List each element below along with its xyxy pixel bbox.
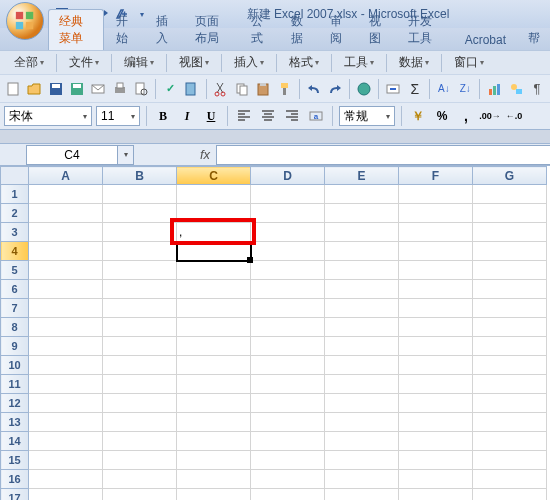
- cell-E1[interactable]: [325, 185, 399, 204]
- cell-G11[interactable]: [473, 375, 547, 394]
- cell-D8[interactable]: [251, 318, 325, 337]
- print-icon[interactable]: [110, 79, 128, 99]
- cell-B10[interactable]: [103, 356, 177, 375]
- cell-C6[interactable]: [177, 280, 251, 299]
- merge-center-icon[interactable]: a: [306, 106, 326, 126]
- cell-A3[interactable]: [29, 223, 103, 242]
- formula-bar[interactable]: [216, 145, 550, 165]
- cell-C4[interactable]: [177, 242, 251, 261]
- menu-window[interactable]: 窗口▾: [446, 52, 492, 73]
- comma-icon[interactable]: ,: [456, 106, 476, 126]
- name-box-dropdown-icon[interactable]: ▾: [118, 145, 134, 165]
- row-header-16[interactable]: 16: [1, 470, 29, 489]
- sort-desc-icon[interactable]: Z↓: [456, 79, 474, 99]
- tab-help[interactable]: 帮: [518, 27, 550, 50]
- cell-A16[interactable]: [29, 470, 103, 489]
- cell-A12[interactable]: [29, 394, 103, 413]
- align-left-icon[interactable]: [234, 106, 254, 126]
- cell-E11[interactable]: [325, 375, 399, 394]
- increase-decimal-icon[interactable]: .00→: [480, 106, 500, 126]
- merge-icon[interactable]: [384, 79, 402, 99]
- cell-F6[interactable]: [399, 280, 473, 299]
- cell-A13[interactable]: [29, 413, 103, 432]
- cell-G6[interactable]: [473, 280, 547, 299]
- cell-D2[interactable]: [251, 204, 325, 223]
- cell-B9[interactable]: [103, 337, 177, 356]
- cell-G15[interactable]: [473, 451, 547, 470]
- cell-B13[interactable]: [103, 413, 177, 432]
- cell-A2[interactable]: [29, 204, 103, 223]
- cell-E6[interactable]: [325, 280, 399, 299]
- row-header-11[interactable]: 11: [1, 375, 29, 394]
- row-header-8[interactable]: 8: [1, 318, 29, 337]
- fx-icon[interactable]: fx: [194, 147, 216, 162]
- row-header-17[interactable]: 17: [1, 489, 29, 501]
- cell-B7[interactable]: [103, 299, 177, 318]
- cell-C3[interactable]: ,: [177, 223, 251, 242]
- cell-D5[interactable]: [251, 261, 325, 280]
- menu-file[interactable]: 文件▾: [61, 52, 107, 73]
- saveas-icon[interactable]: [68, 79, 86, 99]
- cell-E8[interactable]: [325, 318, 399, 337]
- preview-icon[interactable]: [132, 79, 150, 99]
- menu-view[interactable]: 视图▾: [171, 52, 217, 73]
- col-header-D[interactable]: D: [251, 167, 325, 185]
- row-header-13[interactable]: 13: [1, 413, 29, 432]
- cell-C14[interactable]: [177, 432, 251, 451]
- cell-E14[interactable]: [325, 432, 399, 451]
- tab-view[interactable]: 视图: [359, 10, 396, 50]
- cell-D3[interactable]: [251, 223, 325, 242]
- cell-A14[interactable]: [29, 432, 103, 451]
- cell-E12[interactable]: [325, 394, 399, 413]
- new-icon[interactable]: [4, 79, 22, 99]
- menu-all[interactable]: 全部▾: [6, 52, 52, 73]
- row-header-2[interactable]: 2: [1, 204, 29, 223]
- cell-E2[interactable]: [325, 204, 399, 223]
- cell-G1[interactable]: [473, 185, 547, 204]
- cell-D13[interactable]: [251, 413, 325, 432]
- tab-classic-menu[interactable]: 经典菜单: [48, 9, 104, 50]
- cell-G17[interactable]: [473, 489, 547, 501]
- cell-C11[interactable]: [177, 375, 251, 394]
- cell-E15[interactable]: [325, 451, 399, 470]
- cell-F9[interactable]: [399, 337, 473, 356]
- cell-E17[interactable]: [325, 489, 399, 501]
- cell-E10[interactable]: [325, 356, 399, 375]
- cell-F10[interactable]: [399, 356, 473, 375]
- sort-asc-icon[interactable]: A↓: [435, 79, 453, 99]
- cell-G3[interactable]: [473, 223, 547, 242]
- align-right-icon[interactable]: [282, 106, 302, 126]
- col-header-E[interactable]: E: [325, 167, 399, 185]
- menu-insert[interactable]: 插入▾: [226, 52, 272, 73]
- tab-data[interactable]: 数据: [281, 10, 318, 50]
- tab-formulas[interactable]: 公式: [241, 10, 278, 50]
- cell-G13[interactable]: [473, 413, 547, 432]
- cell-A15[interactable]: [29, 451, 103, 470]
- cell-E9[interactable]: [325, 337, 399, 356]
- cell-B3[interactable]: [103, 223, 177, 242]
- underline-button[interactable]: U: [201, 106, 221, 126]
- cell-B14[interactable]: [103, 432, 177, 451]
- decrease-decimal-icon[interactable]: ←.0: [504, 106, 524, 126]
- row-header-9[interactable]: 9: [1, 337, 29, 356]
- cell-B5[interactable]: [103, 261, 177, 280]
- spell-icon[interactable]: ✓: [161, 79, 179, 99]
- number-format-combo[interactable]: 常规▾: [339, 106, 395, 126]
- cell-F15[interactable]: [399, 451, 473, 470]
- col-header-B[interactable]: B: [103, 167, 177, 185]
- cell-D14[interactable]: [251, 432, 325, 451]
- redo-icon[interactable]: [326, 79, 344, 99]
- cell-D1[interactable]: [251, 185, 325, 204]
- tab-developer[interactable]: 开发工具: [398, 10, 452, 50]
- align-center-icon[interactable]: [258, 106, 278, 126]
- chart-icon[interactable]: [485, 79, 503, 99]
- show-all-icon[interactable]: ¶: [528, 79, 546, 99]
- autosum-icon[interactable]: Σ: [406, 79, 424, 99]
- cell-D7[interactable]: [251, 299, 325, 318]
- cell-C12[interactable]: [177, 394, 251, 413]
- cell-C13[interactable]: [177, 413, 251, 432]
- cell-A10[interactable]: [29, 356, 103, 375]
- row-header-1[interactable]: 1: [1, 185, 29, 204]
- cell-G4[interactable]: [473, 242, 547, 261]
- cut-icon[interactable]: [211, 79, 229, 99]
